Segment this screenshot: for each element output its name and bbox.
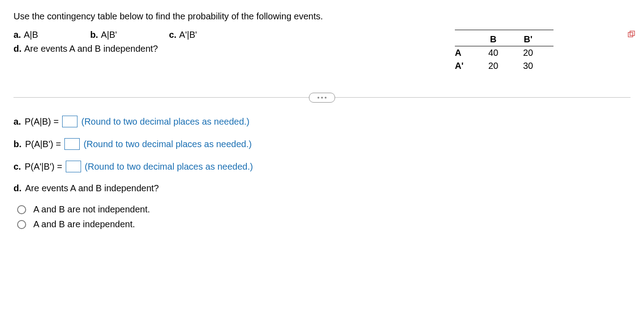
part-b-label: b. — [90, 30, 98, 40]
part-c-label: c. — [169, 30, 177, 40]
answer-a-input[interactable] — [62, 116, 77, 127]
question-intro: Use the contingency table below to find … — [14, 11, 630, 22]
answer-c-input[interactable] — [66, 161, 81, 172]
option-independent-row[interactable]: A and B are independent. — [17, 219, 630, 230]
section-divider — [14, 97, 630, 98]
option-not-independent-row[interactable]: A and B are not independent. — [17, 204, 630, 215]
answer-b-input[interactable] — [64, 138, 80, 150]
answer-a-hint: (Round to two decimal places as needed.) — [81, 117, 249, 127]
popout-icon[interactable] — [628, 30, 636, 37]
cell-A-B: 40 — [484, 46, 518, 60]
svg-rect-1 — [630, 31, 635, 36]
option-independent-label: A and B are independent. — [33, 219, 135, 230]
answer-d-label: d. — [14, 183, 22, 194]
answer-d-row: d. Are events A and B independent? — [14, 183, 630, 194]
answer-d-text: Are events A and B independent? — [25, 183, 159, 194]
answer-b-hint: (Round to two decimal places as needed.) — [83, 139, 252, 149]
expand-button[interactable] — [309, 93, 335, 103]
cell-Aprime-B: 20 — [484, 59, 518, 72]
answer-c-label: c. — [14, 162, 21, 172]
cell-A-Bprime: 20 — [518, 46, 553, 60]
col-header-Bprime: B' — [518, 33, 553, 46]
answer-a-row: a. P(A|B) = (Round to two decimal places… — [14, 116, 630, 127]
contingency-table-wrap: B B' A 40 20 A' 20 30 — [455, 30, 630, 72]
part-a-label: a. — [14, 30, 21, 40]
answer-a-label: a. — [14, 117, 21, 127]
part-a: a.A|B — [14, 30, 38, 40]
part-c: c.A'|B' — [169, 30, 197, 40]
answer-b-row: b. P(A|B') = (Round to two decimal place… — [14, 138, 630, 150]
answer-c-row: c. P(A'|B') = (Round to two decimal plac… — [14, 161, 630, 172]
radio-independent[interactable] — [17, 220, 26, 229]
answer-c-expr: P(A'|B') = — [25, 162, 62, 172]
answer-a-expr: P(A|B) = — [25, 117, 59, 127]
contingency-table: B B' A 40 20 A' 20 30 — [455, 30, 553, 72]
answer-c-hint: (Round to two decimal places as needed.) — [85, 162, 253, 172]
part-d-text: Are events A and B independent? — [24, 44, 158, 54]
answer-b-label: b. — [14, 139, 22, 149]
svg-rect-0 — [628, 32, 633, 37]
part-b: b.A|B' — [90, 30, 117, 40]
row-header-A: A — [455, 46, 484, 60]
part-a-text: A|B — [24, 30, 38, 40]
radio-not-independent[interactable] — [17, 205, 26, 214]
row-header-Aprime: A' — [455, 59, 484, 72]
option-not-independent-label: A and B are not independent. — [33, 204, 150, 215]
part-d: d.Are events A and B independent? — [14, 44, 455, 54]
part-d-label: d. — [14, 44, 22, 54]
answer-b-expr: P(A|B') = — [25, 139, 61, 149]
part-b-text: A|B' — [101, 30, 117, 40]
col-header-B: B — [484, 33, 518, 46]
cell-Aprime-Bprime: 30 — [518, 59, 553, 72]
question-parts: a.A|B b.A|B' c.A'|B' d.Are events A and … — [14, 30, 455, 54]
part-c-text: A'|B' — [179, 30, 197, 40]
